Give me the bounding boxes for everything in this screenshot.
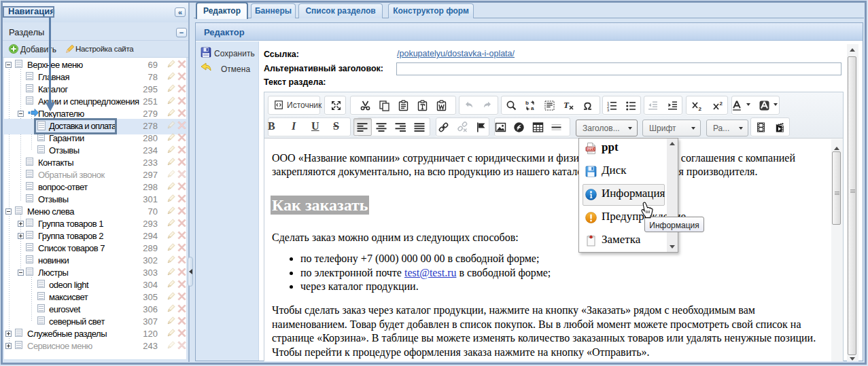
svg-text:PPT: PPT bbox=[587, 147, 593, 151]
